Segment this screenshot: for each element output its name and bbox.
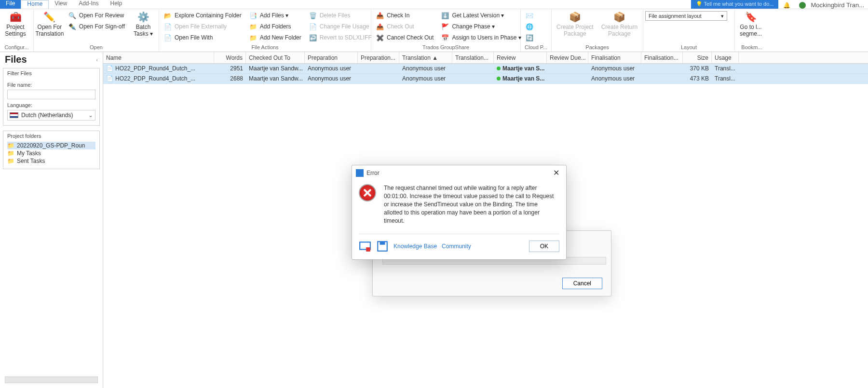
change-phase-button[interactable]: 🚩Change Phase ▾: [438, 21, 524, 32]
delete-files-button[interactable]: 🗑️Delete Files: [306, 10, 375, 21]
assign-users-button[interactable]: 📅Assign to Users in Phase ▾: [438, 32, 524, 43]
flag-icon: 🚩: [441, 23, 449, 30]
batch-tasks-label: Batch Tasks ▾: [134, 24, 153, 37]
ribbon-group-file-actions: 📂Explore Containing Folder 📄Open File Ex…: [159, 9, 371, 52]
community-link[interactable]: Community: [442, 243, 471, 250]
tab-home[interactable]: Home: [21, 0, 49, 9]
tab-addins[interactable]: Add-Ins: [73, 0, 104, 9]
ribbon-group-cloud: ✉️ 🌐 🔄 Cloud P...: [521, 9, 552, 52]
tab-view[interactable]: View: [49, 0, 73, 9]
batch-tasks-button[interactable]: ⚙️ Batch Tasks ▾: [130, 10, 157, 37]
cell-translation: Anonymous user: [399, 64, 452, 73]
file-name-input[interactable]: [7, 90, 95, 99]
add-files-button[interactable]: 📑Add Files ▾: [246, 10, 304, 21]
cell-translation-due: [452, 64, 494, 73]
cell-preparation: Anonymous user: [305, 64, 358, 73]
close-icon[interactable]: ✕: [551, 168, 561, 177]
check-in-button[interactable]: 📥Check In: [373, 10, 436, 21]
explore-folder-button[interactable]: 📂Explore Containing Folder: [161, 10, 244, 21]
table-row[interactable]: 📄HO22_PDP_Round4_Dutch_... 2688 Maartje …: [103, 74, 868, 84]
add-folder-icon: 📁: [249, 23, 257, 30]
check-out-button[interactable]: 📤Check Out: [373, 21, 436, 32]
tab-help[interactable]: Help: [105, 0, 128, 9]
cell-finalisation-due: [641, 64, 683, 73]
cancel-check-out-button[interactable]: ✖️Cancel Check Out: [373, 32, 436, 43]
cell-checked-out: Maartje van Sandw...: [246, 64, 305, 73]
collapse-panel-icon[interactable]: ‹: [96, 57, 98, 63]
revert-button[interactable]: ↩️Revert to SDLXLIFF: [306, 32, 375, 43]
change-file-usage-button[interactable]: 📄Change File Usage: [306, 21, 375, 32]
col-preparation-due[interactable]: Preparation...: [358, 52, 399, 63]
add-folders-button[interactable]: 📁Add Folders: [246, 21, 304, 32]
col-translation-due[interactable]: Translation...: [452, 52, 494, 63]
open-with-icon: 📄: [164, 34, 172, 41]
cell-name: HO22_PDP_Round4_Dutch_...: [115, 75, 195, 82]
cloud-btn-3[interactable]: 🔄: [523, 32, 536, 43]
user-name[interactable]: Mockingbird Tran...: [811, 1, 868, 9]
add-file-icon: 📑: [249, 12, 257, 19]
open-with-button[interactable]: 📄Open File With: [161, 32, 244, 43]
col-name[interactable]: Name: [103, 52, 214, 63]
status-dot-icon: [497, 77, 501, 80]
bell-icon[interactable]: 🔔: [783, 2, 790, 9]
cell-preparation-due: [358, 74, 399, 83]
col-review-due[interactable]: Review Due...: [547, 52, 588, 63]
open-for-translation-button[interactable]: ✏️ Open For Translation: [36, 10, 64, 37]
knowledge-base-link[interactable]: Knowledge Base: [393, 243, 437, 250]
grid-body: 📄HO22_PDP_Round4_Dutch_... 2951 Maartje …: [103, 64, 868, 84]
folder-item[interactable]: 📁20220920_GS-PDP_Roun: [7, 142, 95, 149]
scrollbar[interactable]: [5, 376, 98, 383]
layout-combo[interactable]: File assignment layout ▾: [645, 11, 727, 21]
file-name-label: File name:: [7, 82, 95, 88]
refresh-icon: 🔄: [526, 34, 533, 41]
ribbon-group-open-label: Open: [34, 43, 159, 52]
flag-nl-icon: [10, 112, 18, 118]
save-icon[interactable]: [376, 240, 389, 253]
folder-item[interactable]: 📁Sent Tasks: [7, 157, 95, 165]
browser-off-icon[interactable]: [359, 240, 371, 253]
goto-bookmark-button[interactable]: 🔖 Go to l... segme...: [737, 10, 765, 37]
table-row[interactable]: 📄HO22_PDP_Round4_Dutch_... 2951 Maartje …: [103, 64, 868, 74]
cell-words: 2951: [214, 64, 246, 73]
tell-me-search[interactable]: 💡 Tell me what you want to do...: [691, 0, 779, 9]
folder-label: My Tasks: [17, 150, 41, 157]
create-return-package-button[interactable]: 📦 Create Return Package: [598, 10, 640, 37]
open-for-signoff-button[interactable]: ✒️Open For Sign-off: [66, 21, 128, 32]
language-select[interactable]: Dutch (Netherlands) ⌄: [7, 110, 95, 120]
col-translation[interactable]: Translation ▲: [399, 52, 452, 63]
open-externally-button[interactable]: 📄Open File Externally: [161, 21, 244, 32]
get-latest-button[interactable]: ⬇️Get Latest Version ▾: [438, 10, 524, 21]
ribbon-group-packages: 📦 Create Project Package 📦 Create Return…: [552, 9, 643, 52]
cancel-button[interactable]: Cancel: [562, 278, 602, 289]
ok-button[interactable]: OK: [529, 241, 559, 252]
cloud-btn-1[interactable]: ✉️: [523, 10, 536, 21]
cell-usage: Transl...: [712, 64, 739, 73]
col-finalisation-due[interactable]: Finalisation...: [641, 52, 683, 63]
create-project-package-button[interactable]: 📦 Create Project Package: [554, 10, 597, 37]
add-files-label: Add Files ▾: [260, 12, 288, 19]
ribbon-group-config: 🧰 Project Settings Configur...: [0, 9, 34, 52]
col-size[interactable]: Size: [683, 52, 712, 63]
package-in-icon: 📦: [611, 11, 627, 23]
project-folders-header: Project folders: [7, 132, 95, 142]
ribbon-group-bookmarks: 🔖 Go to l... segme... Bookm...: [735, 9, 769, 52]
col-preparation[interactable]: Preparation: [305, 52, 358, 63]
ribbon-group-file-actions-label: File Actions: [159, 43, 371, 52]
col-finalisation[interactable]: Finalisation: [588, 52, 641, 63]
cell-words: 2688: [214, 74, 246, 83]
col-review[interactable]: Review: [494, 52, 547, 63]
project-settings-button[interactable]: 🧰 Project Settings: [2, 10, 29, 37]
col-words[interactable]: Words: [214, 52, 246, 63]
error-dialog: Error ✕ The request channel timed out wh…: [352, 165, 567, 260]
add-new-folder-button[interactable]: 📁Add New Folder: [246, 32, 304, 43]
gear-icon: ⚙️: [136, 11, 151, 23]
tab-file[interactable]: File: [0, 0, 21, 9]
folder-item[interactable]: 📁My Tasks: [7, 149, 95, 157]
open-with-label: Open File With: [175, 34, 213, 41]
cloud-btn-2[interactable]: 🌐: [523, 21, 536, 32]
col-usage[interactable]: Usage: [712, 52, 739, 63]
open-for-review-button[interactable]: 🔍Open For Review: [66, 10, 128, 21]
file-icon: 📄: [106, 75, 113, 82]
col-checked-out[interactable]: Checked Out To: [246, 52, 305, 63]
folder-icon: 📁: [7, 150, 14, 157]
